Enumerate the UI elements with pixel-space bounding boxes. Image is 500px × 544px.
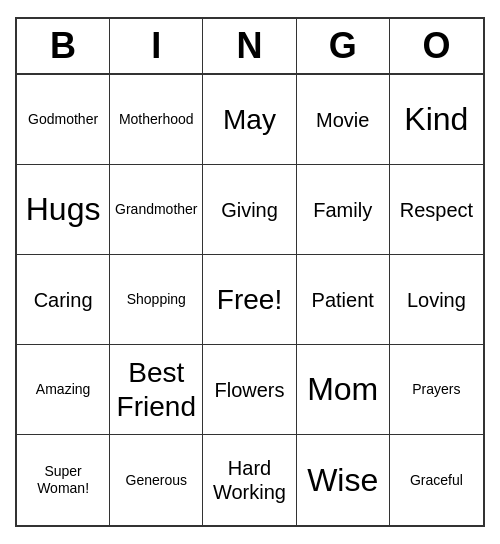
cell-text: Caring <box>34 288 93 312</box>
header-letter: B <box>17 19 110 73</box>
bingo-cell: Respect <box>390 165 483 255</box>
bingo-cell: Free! <box>203 255 296 345</box>
bingo-cell: Patient <box>297 255 390 345</box>
bingo-cell: Hugs <box>17 165 110 255</box>
cell-text: Kind <box>404 100 468 138</box>
bingo-cell: May <box>203 75 296 165</box>
bingo-cell: Shopping <box>110 255 203 345</box>
bingo-cell: Loving <box>390 255 483 345</box>
cell-text: Flowers <box>214 378 284 402</box>
bingo-cell: Godmother <box>17 75 110 165</box>
bingo-cell: Giving <box>203 165 296 255</box>
bingo-cell: Flowers <box>203 345 296 435</box>
cell-text: Amazing <box>36 381 90 398</box>
bingo-cell: Super Woman! <box>17 435 110 525</box>
bingo-cell: Amazing <box>17 345 110 435</box>
cell-text: Family <box>313 198 372 222</box>
cell-text: Respect <box>400 198 473 222</box>
bingo-cell: Best Friend <box>110 345 203 435</box>
header-letter: I <box>110 19 203 73</box>
bingo-cell: Kind <box>390 75 483 165</box>
bingo-cell: Generous <box>110 435 203 525</box>
bingo-cell: Grandmother <box>110 165 203 255</box>
bingo-cell: Movie <box>297 75 390 165</box>
cell-text: Wise <box>307 461 378 499</box>
bingo-cell: Graceful <box>390 435 483 525</box>
cell-text: Hugs <box>26 190 101 228</box>
cell-text: Mom <box>307 370 378 408</box>
bingo-cell: Family <box>297 165 390 255</box>
bingo-header: BINGO <box>17 19 483 75</box>
cell-text: Best Friend <box>114 356 198 423</box>
cell-text: Motherhood <box>119 111 194 128</box>
cell-text: Movie <box>316 108 369 132</box>
bingo-cell: Mom <box>297 345 390 435</box>
cell-text: Hard Working <box>207 456 291 504</box>
cell-text: Shopping <box>127 291 186 308</box>
bingo-cell: Caring <box>17 255 110 345</box>
cell-text: Giving <box>221 198 278 222</box>
cell-text: Loving <box>407 288 466 312</box>
bingo-cell: Wise <box>297 435 390 525</box>
cell-text: May <box>223 103 276 137</box>
bingo-grid: GodmotherMotherhoodMayMovieKindHugsGrand… <box>17 75 483 525</box>
header-letter: G <box>297 19 390 73</box>
cell-text: Generous <box>126 472 187 489</box>
header-letter: N <box>203 19 296 73</box>
cell-text: Super Woman! <box>21 463 105 497</box>
bingo-cell: Prayers <box>390 345 483 435</box>
bingo-card: BINGO GodmotherMotherhoodMayMovieKindHug… <box>15 17 485 527</box>
bingo-cell: Hard Working <box>203 435 296 525</box>
cell-text: Godmother <box>28 111 98 128</box>
cell-text: Free! <box>217 283 282 317</box>
bingo-cell: Motherhood <box>110 75 203 165</box>
cell-text: Patient <box>312 288 374 312</box>
header-letter: O <box>390 19 483 73</box>
cell-text: Graceful <box>410 472 463 489</box>
cell-text: Grandmother <box>115 201 197 218</box>
cell-text: Prayers <box>412 381 460 398</box>
